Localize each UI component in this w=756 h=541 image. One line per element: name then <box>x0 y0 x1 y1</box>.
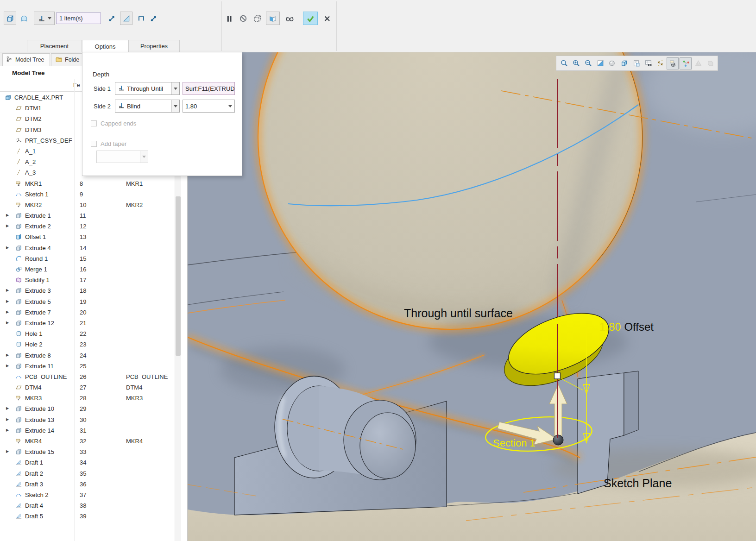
depth-option-button[interactable] <box>34 12 55 25</box>
offset-value[interactable]: 1.80 <box>599 321 621 333</box>
tab-model-tree[interactable]: Model Tree <box>2 53 50 66</box>
tree-item-extrude-12[interactable]: ▶Extrude 1221 <box>0 318 175 328</box>
show-hide-button[interactable] <box>680 57 692 69</box>
tree-item-extrude-11[interactable]: ▶Extrude 1125 <box>0 361 175 371</box>
side2-depth-value[interactable]: 1.80 <box>183 100 235 113</box>
refit-button[interactable] <box>594 57 605 69</box>
tab-options[interactable]: Options <box>82 40 128 52</box>
tree-item-extrude-2[interactable]: ▶Extrude 212 <box>0 221 175 232</box>
remove-material-button[interactable] <box>120 12 132 25</box>
expand-arrow-icon[interactable]: ▶ <box>6 246 9 250</box>
tree-item-sketch-1[interactable]: Sketch 19 <box>0 189 175 200</box>
zoom-in-button[interactable] <box>570 57 581 69</box>
cancel-button[interactable] <box>322 12 332 25</box>
tree-item-hole-2[interactable]: Hole 223 <box>0 339 175 350</box>
through-until-icon <box>118 84 125 93</box>
tree-item-mkr1[interactable]: MKR18MKR1 <box>0 178 175 189</box>
tree-item-round-1[interactable]: Round 115 <box>0 253 175 264</box>
side2-value-caret[interactable] <box>228 105 232 107</box>
expand-arrow-icon[interactable]: ▶ <box>6 450 9 453</box>
flip-arrows-icon <box>107 14 116 23</box>
tree-item-mkr3[interactable]: MKR328MKR3 <box>0 393 175 403</box>
tree-item-draft-3[interactable]: Draft 336 <box>0 479 175 490</box>
taper-combo-caret[interactable] <box>140 151 148 163</box>
tree-item-hole-1[interactable]: Hole 122 <box>0 328 175 339</box>
thicken-button[interactable] <box>135 12 147 25</box>
flip-depth-button[interactable] <box>106 12 118 25</box>
tree-item-extrude-14[interactable]: ▶Extrude 1431 <box>0 425 175 436</box>
shaded-preview-button[interactable] <box>266 12 280 25</box>
datum-plane-icon <box>15 384 22 391</box>
capped-ends-checkbox[interactable] <box>91 120 97 126</box>
datum-display-icon <box>656 59 664 67</box>
tree-item-sketch-2[interactable]: Sketch 237 <box>0 490 175 500</box>
expand-arrow-icon[interactable]: ▶ <box>6 310 9 314</box>
tree-scrollbar-thumb[interactable] <box>176 196 181 356</box>
collector-field[interactable]: 1 item(s) <box>56 13 101 24</box>
section-center-point[interactable] <box>553 435 563 445</box>
tree-item-draft-4[interactable]: Draft 438 <box>0 500 175 511</box>
expand-arrow-icon[interactable]: ▶ <box>6 289 9 292</box>
tree-item-solidify-1[interactable]: Solidify 117 <box>0 275 175 285</box>
solid-button[interactable] <box>4 12 16 25</box>
dropdown-caret-icon[interactable] <box>48 17 51 19</box>
side2-dropdown-caret[interactable] <box>171 100 179 112</box>
expand-arrow-icon[interactable]: ▶ <box>6 224 9 228</box>
tab-placement[interactable]: Placement <box>27 40 82 52</box>
sketch-icon <box>15 373 22 380</box>
tree-item-extrude-13[interactable]: ▶Extrude 1330 <box>0 415 175 425</box>
expand-arrow-icon[interactable]: ▶ <box>6 407 9 410</box>
tree-item-mkr4[interactable]: MKR432MKR4 <box>0 436 175 447</box>
tree-item-mkr2[interactable]: MKR210MKR2 <box>0 200 175 210</box>
flip-material-side-button[interactable] <box>147 12 159 25</box>
tree-item-extrude-10[interactable]: ▶Extrude 1029 <box>0 403 175 414</box>
add-taper-checkbox[interactable] <box>91 141 97 147</box>
tree-item-merge-1[interactable]: Merge 116 <box>0 264 175 275</box>
tree-item-extrude-15[interactable]: ▶Extrude 1533 <box>0 447 175 457</box>
expand-arrow-icon[interactable]: ▶ <box>6 428 9 432</box>
3d-viewport[interactable]: Through until surface 1.80 Offset Sectio… <box>188 52 756 541</box>
tree-item-extrude-1[interactable]: ▶Extrude 111 <box>0 210 175 221</box>
expand-arrow-icon[interactable]: ▶ <box>6 300 9 303</box>
tree-item-extrude-7[interactable]: ▶Extrude 720 <box>0 307 175 318</box>
no-preview-button[interactable] <box>238 12 248 25</box>
tree-item-offset-1[interactable]: Offset 113 <box>0 232 175 242</box>
tree-item-extrude-8[interactable]: ▶Extrude 824 <box>0 350 175 361</box>
pause-button[interactable] <box>225 12 233 25</box>
show-hide-icon <box>682 59 690 67</box>
expand-arrow-icon[interactable]: ▶ <box>6 418 9 421</box>
solidify-icon <box>15 277 22 285</box>
side2-depth-dropdown[interactable]: Blind <box>115 100 180 113</box>
tree-item-draft-2[interactable]: Draft 235 <box>0 468 175 479</box>
tree-item-pcb-outline[interactable]: PCB_OUTLINE26PCB_OUTLINE <box>0 371 175 382</box>
verify-button[interactable] <box>284 12 296 25</box>
tree-item-extrude-5[interactable]: ▶Extrude 519 <box>0 296 175 307</box>
wireframe-preview-button[interactable] <box>252 12 263 25</box>
expand-arrow-icon[interactable]: ▶ <box>6 321 9 325</box>
expand-arrow-icon[interactable]: ▶ <box>6 364 9 368</box>
view-manager-button[interactable] <box>643 57 654 69</box>
side1-reference-field[interactable]: Surf:F11(EXTRUD <box>183 82 235 95</box>
ok-button[interactable] <box>303 12 318 25</box>
shading-style-button[interactable] <box>606 57 617 69</box>
datum-plane-icon <box>15 126 22 135</box>
display-style-button[interactable] <box>618 57 630 69</box>
depth-drag-handle[interactable] <box>554 373 561 379</box>
tree-item-draft-5[interactable]: Draft 539 <box>0 511 175 522</box>
expand-arrow-icon[interactable]: ▶ <box>6 214 9 217</box>
taper-value-combo[interactable] <box>96 151 148 163</box>
datum-display-button[interactable] <box>655 57 666 69</box>
tree-item-draft-1[interactable]: Draft 134 <box>0 457 175 468</box>
zoom-region-button[interactable] <box>558 57 569 69</box>
tree-item-extrude-4[interactable]: ▶Extrude 414 <box>0 243 175 253</box>
annotation-display-button[interactable] <box>667 57 679 69</box>
surface-button[interactable] <box>18 12 30 25</box>
saved-views-button[interactable] <box>630 57 642 69</box>
tree-item-dtm4[interactable]: DTM427DTM4 <box>0 382 175 393</box>
side1-dropdown-caret[interactable] <box>171 82 179 94</box>
zoom-out-button[interactable] <box>582 57 593 69</box>
side1-depth-dropdown[interactable]: Through Until <box>115 82 180 95</box>
tree-item-extrude-3[interactable]: ▶Extrude 318 <box>0 285 175 296</box>
expand-arrow-icon[interactable]: ▶ <box>6 353 9 357</box>
tab-properties[interactable]: Properties <box>128 40 180 52</box>
